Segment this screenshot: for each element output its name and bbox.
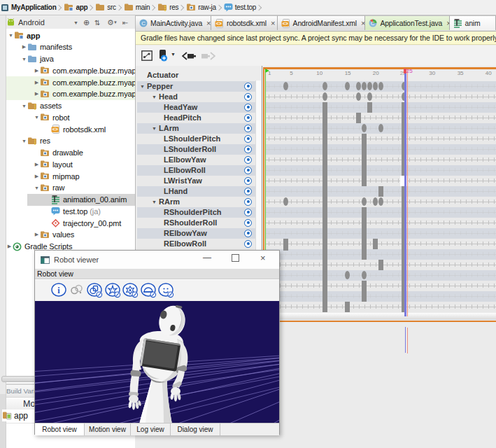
svg-text:C: C <box>371 20 375 27</box>
svg-text:C: C <box>141 20 146 27</box>
svg-text:<>: <> <box>52 127 58 132</box>
svg-text:<>: <> <box>282 21 288 26</box>
svg-text:<>: <> <box>216 21 222 26</box>
